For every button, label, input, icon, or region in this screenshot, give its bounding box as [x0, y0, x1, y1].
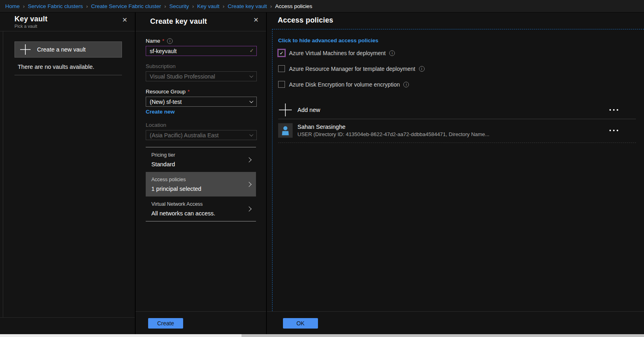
horizontal-scrollbar-thumb[interactable]: [242, 334, 644, 337]
breadcrumb-link-security[interactable]: Security: [169, 3, 189, 9]
page-title: Access policies: [278, 16, 644, 25]
chevron-right-icon: [246, 206, 252, 211]
setting-label: Access policies: [151, 177, 244, 182]
create-new-resource-group-link[interactable]: Create new: [146, 109, 175, 115]
principal-name: Sahan Serasinghe: [297, 124, 489, 130]
checkbox-checked-icon[interactable]: ✓: [278, 50, 285, 56]
vault-settings-list: Pricing tier Standard Access policies 1 …: [146, 147, 256, 221]
hide-advanced-policies-link[interactable]: Click to hide advanced access policies: [278, 37, 378, 43]
location-field-label: Location: [146, 122, 256, 128]
checkbox-label: Azure Virtual Machines for deployment: [289, 50, 386, 56]
plus-icon: [278, 103, 293, 117]
chevron-down-icon: [250, 99, 254, 103]
checkbox-row-arm-template[interactable]: Azure Resource Manager for template depl…: [278, 65, 644, 72]
add-new-label: Add new: [297, 107, 320, 113]
close-icon[interactable]: ✕: [252, 15, 260, 24]
horizontal-scrollbar[interactable]: [0, 334, 644, 337]
access-policies-content: Click to hide advanced access policies ✓…: [272, 29, 644, 311]
create-key-vault-header: Create key vault ✕: [136, 12, 266, 31]
required-asterisk: *: [162, 38, 164, 44]
info-icon[interactable]: i: [403, 82, 409, 87]
context-menu-icon[interactable]: [608, 128, 620, 133]
breadcrumb-current: Access policies: [275, 3, 312, 9]
validation-check-icon: ✓: [250, 48, 254, 54]
setting-label: Pricing tier: [151, 152, 244, 158]
breadcrumb-link-create-key-vault[interactable]: Create key vault: [228, 3, 267, 9]
subscription-dropdown[interactable]: Visual Studio Professional: [146, 71, 257, 81]
key-vault-picker-blade: Key vault Pick a vault ✕ Create a new va…: [0, 12, 136, 334]
setting-label: Virtual Network Access: [151, 201, 244, 207]
location-dropdown[interactable]: (Asia Pacific) Australia East: [146, 130, 257, 140]
breadcrumb-separator-icon: ›: [192, 3, 194, 9]
context-menu-icon[interactable]: [608, 108, 620, 112]
plus-icon: [19, 43, 31, 56]
vault-name-input[interactable]: [146, 46, 257, 56]
principal-row[interactable]: Sahan Serasinghe USER (Directory ID: 413…: [278, 119, 636, 143]
create-button[interactable]: Create: [148, 318, 183, 329]
page-title: Key vault: [14, 15, 135, 23]
chevron-down-icon: [250, 74, 254, 78]
breadcrumb-link-service-fabric-clusters[interactable]: Service Fabric clusters: [28, 3, 83, 9]
setting-access-policies[interactable]: Access policies 1 principal selected: [146, 172, 256, 196]
breadcrumb: Home › Service Fabric clusters › Create …: [0, 0, 644, 12]
setting-value: All networks can access.: [151, 210, 244, 217]
access-policies-footer: OK: [267, 311, 644, 334]
create-key-vault-footer: Create: [136, 311, 266, 334]
chevron-right-icon: [246, 182, 252, 187]
key-vault-picker-header: Key vault Pick a vault ✕: [0, 12, 135, 31]
resource-group-dropdown[interactable]: (New) sf-test: [146, 97, 257, 107]
page-subtitle: Pick a vault: [14, 24, 135, 29]
setting-pricing-tier[interactable]: Pricing tier Standard: [146, 147, 256, 172]
subscription-field-label: Subscription: [146, 63, 256, 69]
access-policies-header: Access policies: [267, 12, 644, 29]
setting-virtual-network-access[interactable]: Virtual Network Access All networks can …: [146, 196, 256, 221]
checkbox-unchecked-icon[interactable]: [278, 81, 285, 88]
name-field-label: Name * i: [146, 38, 256, 44]
resource-group-label-text: Resource Group: [146, 89, 186, 95]
add-new-principal-row[interactable]: Add new: [278, 101, 636, 119]
ok-button[interactable]: OK: [283, 318, 318, 329]
user-avatar: [278, 123, 293, 138]
chevron-right-icon: [246, 157, 252, 162]
name-label-text: Name: [146, 38, 160, 44]
close-icon[interactable]: ✕: [120, 15, 129, 24]
info-icon[interactable]: i: [389, 50, 395, 56]
breadcrumb-link-home[interactable]: Home: [5, 3, 20, 9]
create-new-vault-label: Create a new vault: [37, 46, 86, 53]
info-icon[interactable]: i: [419, 66, 425, 72]
subscription-value: Visual Studio Professional: [150, 73, 215, 80]
breadcrumb-separator-icon: ›: [23, 3, 25, 9]
breadcrumb-separator-icon: ›: [223, 3, 224, 9]
no-vaults-message: There are no vaults available.: [14, 62, 122, 75]
setting-value: Standard: [151, 161, 244, 167]
breadcrumb-link-key-vault[interactable]: Key vault: [197, 3, 220, 9]
required-asterisk: *: [188, 89, 190, 95]
create-key-vault-form: Name * i ✓ Subscription Visual Studio Pr…: [136, 31, 266, 311]
location-value: (Asia Pacific) Australia East: [150, 132, 219, 139]
setting-value: 1 principal selected: [151, 186, 244, 192]
resource-group-field-label: Resource Group *: [146, 89, 256, 95]
create-new-vault-button[interactable]: Create a new vault: [14, 41, 122, 58]
access-policies-blade: Access policies Click to hide advanced a…: [267, 12, 644, 334]
chevron-down-icon: [250, 132, 254, 136]
checkbox-row-disk-encryption[interactable]: Azure Disk Encryption for volume encrypt…: [278, 81, 644, 88]
breadcrumb-separator-icon: ›: [270, 3, 272, 9]
checkbox-label: Azure Resource Manager for template depl…: [289, 66, 415, 72]
create-key-vault-blade: Create key vault ✕ Name * i ✓ Subscripti…: [136, 12, 267, 334]
principal-detail: USER (Directory ID: 413504eb-8622-47d2-a…: [297, 131, 489, 137]
info-icon[interactable]: i: [167, 38, 173, 44]
checkbox-label: Azure Disk Encryption for volume encrypt…: [289, 81, 400, 88]
checkbox-unchecked-icon[interactable]: [278, 65, 285, 72]
page-title: Create key vault: [150, 17, 266, 26]
breadcrumb-link-create-service-fabric-cluster[interactable]: Create Service Fabric cluster: [91, 3, 161, 9]
breadcrumb-separator-icon: ›: [86, 3, 88, 9]
principals-list: Add new Sahan Serasinghe USER (Directory…: [278, 101, 636, 143]
breadcrumb-separator-icon: ›: [164, 3, 166, 9]
checkbox-row-vm-deployment[interactable]: ✓ Azure Virtual Machines for deployment …: [278, 50, 644, 56]
resource-group-value: (New) sf-test: [150, 99, 182, 105]
